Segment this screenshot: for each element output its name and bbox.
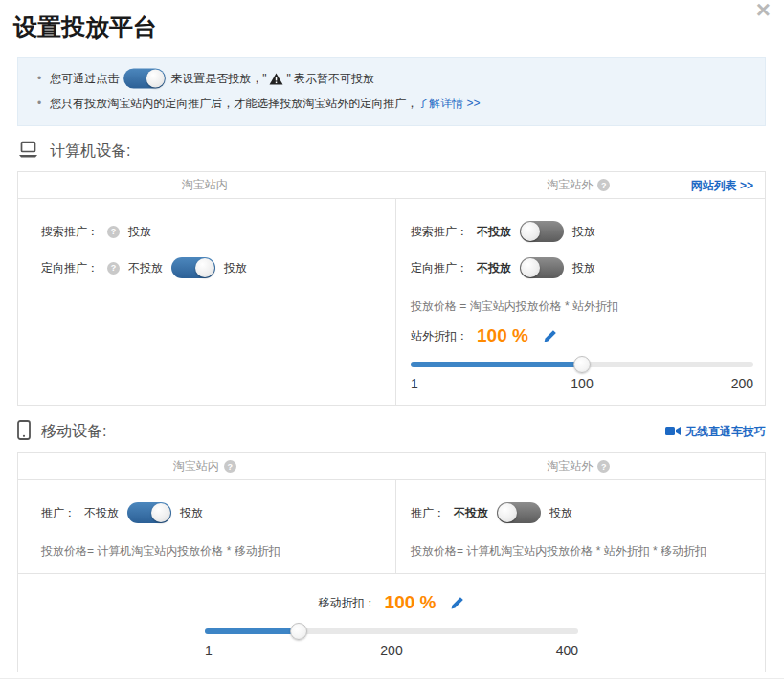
slider-fill xyxy=(205,628,299,634)
search-promo-label: 搜索推广： xyxy=(41,224,99,240)
toggle-demo xyxy=(123,69,166,89)
warning-triangle-icon xyxy=(269,73,283,85)
toggle-knob[interactable] xyxy=(521,222,540,241)
offsite-header-label: 淘宝站外 xyxy=(547,458,593,474)
target-promo-toggle[interactable] xyxy=(520,257,564,278)
computer-section-header: 计算机设备: xyxy=(17,141,766,163)
mobile-onsite-cell: 推广： 不投放 投放 投放价格= 计算机淘宝站内投放价格 * 移动折扣 xyxy=(18,480,395,573)
onsite-header-label: 淘宝站内 xyxy=(182,177,228,193)
computer-panel-body: 搜索推广： 投放 定向推广： 不投放 投放 搜索推广： 不投放 投放 xyxy=(18,199,765,405)
offsite-header: 淘宝站外 网站列表 >> xyxy=(392,172,766,198)
bullet-icon: • xyxy=(37,66,41,91)
offsite-header: 淘宝站外 xyxy=(392,453,766,479)
on-state-label: 投放 xyxy=(572,224,595,240)
offsite-discount-line: 站外折扣： 100 % xyxy=(411,322,753,349)
mobile-discount-value: 100 % xyxy=(385,592,437,613)
offsite-discount-label: 站外折扣： xyxy=(411,328,468,344)
target-promo-row: 定向推广： 不投放 投放 xyxy=(41,256,384,279)
onsite-header-label: 淘宝站内 xyxy=(173,458,219,474)
slider-knob[interactable] xyxy=(573,356,591,373)
toggle-knob xyxy=(146,70,165,88)
close-icon[interactable]: × xyxy=(756,0,771,23)
slider-min-label: 1 xyxy=(411,376,418,391)
site-list-link[interactable]: 网站列表 >> xyxy=(691,172,753,199)
promo-row: 推广： 不投放 投放 xyxy=(411,501,753,524)
on-state-label: 投放 xyxy=(180,505,203,521)
off-state-label: 不投放 xyxy=(477,260,511,276)
offsite-header-label: 淘宝站外 xyxy=(547,177,593,193)
wireless-tips-label: 无线直通车技巧 xyxy=(685,424,766,440)
edit-pencil-icon[interactable] xyxy=(450,596,464,610)
onsite-header: 淘宝站内 xyxy=(18,172,392,198)
promo-label: 推广： xyxy=(41,505,76,521)
mobile-onsite-formula: 投放价格= 计算机淘宝站内投放价格 * 移动折扣 xyxy=(41,543,384,560)
off-state-label: 不投放 xyxy=(128,260,163,276)
computer-panel-header: 淘宝站内 淘宝站外 网站列表 >> xyxy=(18,172,765,199)
bullet-icon: • xyxy=(37,91,41,116)
learn-more-link[interactable]: 了解详情 >> xyxy=(417,91,480,116)
toggle-knob[interactable] xyxy=(195,258,214,277)
notice-line-2: • 您只有投放淘宝站内的定向推广后，才能选择投放淘宝站外的定向推广， 了解详情 … xyxy=(37,91,746,116)
slider-knob[interactable] xyxy=(290,623,307,640)
off-state-label: 不投放 xyxy=(84,505,119,521)
search-promo-label: 搜索推广： xyxy=(411,224,468,240)
mobile-offsite-cell: 推广： 不投放 投放 投放价格= 计算机淘宝站内投放价格 * 站外折扣 * 移动… xyxy=(395,480,765,573)
help-icon[interactable] xyxy=(107,226,120,238)
slider-max-label: 200 xyxy=(731,376,753,391)
slider-min-label: 1 xyxy=(205,643,213,658)
mobile-panel-body: 推广： 不投放 投放 投放价格= 计算机淘宝站内投放价格 * 移动折扣 推广： … xyxy=(18,480,765,573)
mobile-offsite-toggle[interactable] xyxy=(497,502,541,523)
slider-labels: 1 200 400 xyxy=(205,643,578,658)
offsite-price-formula: 投放价格 = 淘宝站内投放价格 * 站外折扣 xyxy=(411,298,753,315)
slider-track[interactable] xyxy=(205,628,578,634)
notice-box: • 您可通过点击 来设置是否投放，" " 表示暂不可投放 • 您只有投放淘宝站内… xyxy=(17,57,766,126)
help-icon[interactable] xyxy=(597,460,610,473)
target-promo-label: 定向推广： xyxy=(41,260,99,276)
mobile-onsite-toggle[interactable] xyxy=(127,502,171,523)
bottom-divider xyxy=(0,678,784,679)
toggle-knob[interactable] xyxy=(498,503,517,522)
target-promo-toggle[interactable] xyxy=(171,257,215,278)
onsite-header: 淘宝站内 xyxy=(18,453,392,479)
mobile-offsite-formula: 投放价格= 计算机淘宝站内投放价格 * 站外折扣 * 移动折扣 xyxy=(411,543,753,560)
search-promo-row: 搜索推广： 不投放 投放 xyxy=(411,220,753,243)
help-icon[interactable] xyxy=(224,460,236,473)
on-state-label: 投放 xyxy=(224,260,247,276)
slider-track[interactable] xyxy=(411,362,753,367)
video-icon xyxy=(665,426,681,439)
offsite-discount-value: 100 % xyxy=(477,325,528,346)
mobile-section-title: 移动设备: xyxy=(41,422,106,442)
target-promo-row: 定向推广： 不投放 投放 xyxy=(411,256,753,279)
search-promo-toggle[interactable] xyxy=(520,221,564,242)
toggle-knob[interactable] xyxy=(521,258,540,277)
mobile-discount-label: 移动折扣： xyxy=(319,595,376,611)
set-placement-platform-dialog: × 设置投放平台 • 您可通过点击 来设置是否投放，" " 表示暂不可投放 • … xyxy=(0,0,784,683)
slider-mid-label: 200 xyxy=(380,643,402,658)
help-icon[interactable] xyxy=(107,262,120,275)
slider-fill xyxy=(411,362,582,367)
slider-labels: 1 100 200 xyxy=(411,376,753,391)
notice-text: 来设置是否投放，" xyxy=(170,66,266,91)
off-state-label: 不投放 xyxy=(454,505,488,521)
promo-label: 推广： xyxy=(411,505,445,521)
edit-pencil-icon[interactable] xyxy=(543,329,557,343)
slider-max-label: 400 xyxy=(556,643,578,658)
page-title: 设置投放平台 xyxy=(13,11,784,43)
on-state-label: 投放 xyxy=(572,260,595,276)
offsite-discount-slider[interactable]: 1 100 200 xyxy=(411,362,753,391)
notice-text: " 表示暂不可投放 xyxy=(286,66,374,91)
toggle-knob[interactable] xyxy=(151,503,170,522)
mobile-discount-slider[interactable]: 1 200 400 xyxy=(205,628,578,658)
off-state-label: 不投放 xyxy=(477,224,511,240)
mobile-panel: 淘宝站内 淘宝站外 推广： 不投放 投放 投放价格= 计算机淘宝站内投放价格 *… xyxy=(17,452,766,672)
wireless-tips-link[interactable]: 无线直通车技巧 xyxy=(665,424,766,440)
mobile-discount-section: 移动折扣： 100 % 1 200 400 xyxy=(18,573,765,672)
slider-mid-label: 100 xyxy=(571,376,593,391)
computer-icon xyxy=(17,141,39,163)
help-icon[interactable] xyxy=(597,179,610,191)
mobile-panel-header: 淘宝站内 淘宝站外 xyxy=(18,453,765,480)
on-state-label: 投放 xyxy=(549,505,572,521)
computer-panel: 淘宝站内 淘宝站外 网站列表 >> 搜索推广： 投放 定向推广： 不投放 xyxy=(17,171,766,406)
computer-section-title: 计算机设备: xyxy=(50,142,130,162)
mobile-discount-line: 移动折扣： 100 % xyxy=(18,589,765,616)
